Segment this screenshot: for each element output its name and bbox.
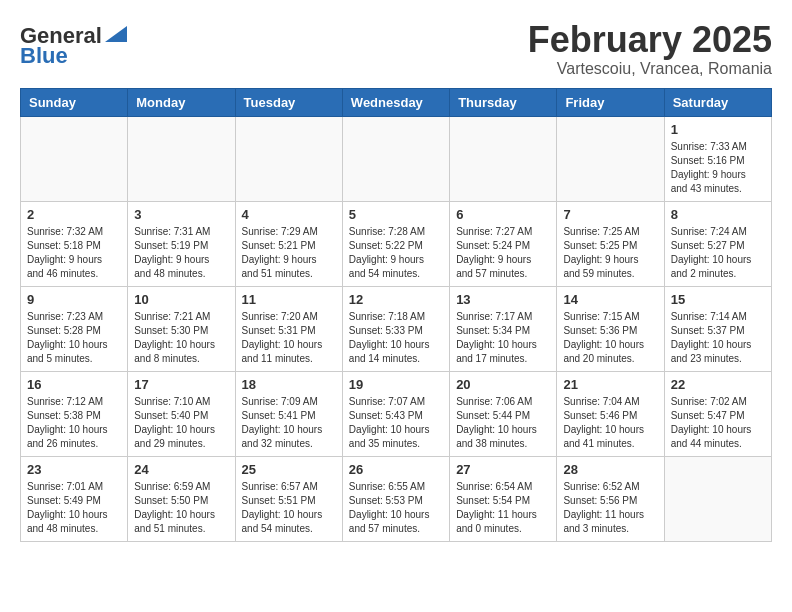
calendar-day: 26Sunrise: 6:55 AMSunset: 5:53 PMDayligh… [342, 456, 449, 541]
day-info: Sunrise: 7:12 AMSunset: 5:38 PMDaylight:… [27, 395, 121, 451]
calendar-day: 20Sunrise: 7:06 AMSunset: 5:44 PMDayligh… [450, 371, 557, 456]
day-info: Sunrise: 7:01 AMSunset: 5:49 PMDaylight:… [27, 480, 121, 536]
svg-marker-0 [105, 26, 127, 42]
day-number: 21 [563, 377, 657, 392]
calendar-day: 10Sunrise: 7:21 AMSunset: 5:30 PMDayligh… [128, 286, 235, 371]
calendar-day: 21Sunrise: 7:04 AMSunset: 5:46 PMDayligh… [557, 371, 664, 456]
logo-icon [105, 26, 127, 42]
day-number: 28 [563, 462, 657, 477]
day-number: 2 [27, 207, 121, 222]
day-info: Sunrise: 6:57 AMSunset: 5:51 PMDaylight:… [242, 480, 336, 536]
weekday-header-wednesday: Wednesday [342, 88, 449, 116]
calendar-day: 15Sunrise: 7:14 AMSunset: 5:37 PMDayligh… [664, 286, 771, 371]
day-number: 22 [671, 377, 765, 392]
calendar-day: 5Sunrise: 7:28 AMSunset: 5:22 PMDaylight… [342, 201, 449, 286]
day-info: Sunrise: 7:25 AMSunset: 5:25 PMDaylight:… [563, 225, 657, 281]
calendar-day: 19Sunrise: 7:07 AMSunset: 5:43 PMDayligh… [342, 371, 449, 456]
calendar-day [557, 116, 664, 201]
weekday-header-tuesday: Tuesday [235, 88, 342, 116]
day-info: Sunrise: 7:27 AMSunset: 5:24 PMDaylight:… [456, 225, 550, 281]
day-number: 26 [349, 462, 443, 477]
day-number: 27 [456, 462, 550, 477]
day-number: 12 [349, 292, 443, 307]
day-number: 1 [671, 122, 765, 137]
calendar-week-2: 2Sunrise: 7:32 AMSunset: 5:18 PMDaylight… [21, 201, 772, 286]
calendar-week-1: 1Sunrise: 7:33 AMSunset: 5:16 PMDaylight… [21, 116, 772, 201]
day-info: Sunrise: 7:32 AMSunset: 5:18 PMDaylight:… [27, 225, 121, 281]
calendar-day: 16Sunrise: 7:12 AMSunset: 5:38 PMDayligh… [21, 371, 128, 456]
weekday-header-sunday: Sunday [21, 88, 128, 116]
day-info: Sunrise: 7:31 AMSunset: 5:19 PMDaylight:… [134, 225, 228, 281]
day-info: Sunrise: 7:17 AMSunset: 5:34 PMDaylight:… [456, 310, 550, 366]
calendar: SundayMondayTuesdayWednesdayThursdayFrid… [20, 88, 772, 542]
day-number: 25 [242, 462, 336, 477]
calendar-day: 12Sunrise: 7:18 AMSunset: 5:33 PMDayligh… [342, 286, 449, 371]
day-number: 16 [27, 377, 121, 392]
day-info: Sunrise: 7:06 AMSunset: 5:44 PMDaylight:… [456, 395, 550, 451]
day-info: Sunrise: 7:29 AMSunset: 5:21 PMDaylight:… [242, 225, 336, 281]
day-info: Sunrise: 7:14 AMSunset: 5:37 PMDaylight:… [671, 310, 765, 366]
day-info: Sunrise: 6:55 AMSunset: 5:53 PMDaylight:… [349, 480, 443, 536]
calendar-day: 17Sunrise: 7:10 AMSunset: 5:40 PMDayligh… [128, 371, 235, 456]
day-number: 17 [134, 377, 228, 392]
calendar-day [235, 116, 342, 201]
calendar-day: 11Sunrise: 7:20 AMSunset: 5:31 PMDayligh… [235, 286, 342, 371]
calendar-day: 13Sunrise: 7:17 AMSunset: 5:34 PMDayligh… [450, 286, 557, 371]
header: General Blue February 2025 Vartescoiu, V… [20, 20, 772, 78]
calendar-week-3: 9Sunrise: 7:23 AMSunset: 5:28 PMDaylight… [21, 286, 772, 371]
calendar-week-4: 16Sunrise: 7:12 AMSunset: 5:38 PMDayligh… [21, 371, 772, 456]
calendar-day: 6Sunrise: 7:27 AMSunset: 5:24 PMDaylight… [450, 201, 557, 286]
day-number: 20 [456, 377, 550, 392]
location: Vartescoiu, Vrancea, Romania [528, 60, 772, 78]
calendar-day: 27Sunrise: 6:54 AMSunset: 5:54 PMDayligh… [450, 456, 557, 541]
day-info: Sunrise: 6:59 AMSunset: 5:50 PMDaylight:… [134, 480, 228, 536]
day-number: 3 [134, 207, 228, 222]
logo-blue: Blue [20, 45, 68, 67]
day-number: 4 [242, 207, 336, 222]
calendar-day [128, 116, 235, 201]
day-info: Sunrise: 7:15 AMSunset: 5:36 PMDaylight:… [563, 310, 657, 366]
day-number: 18 [242, 377, 336, 392]
calendar-day [664, 456, 771, 541]
calendar-day: 28Sunrise: 6:52 AMSunset: 5:56 PMDayligh… [557, 456, 664, 541]
calendar-day [342, 116, 449, 201]
day-info: Sunrise: 7:20 AMSunset: 5:31 PMDaylight:… [242, 310, 336, 366]
day-info: Sunrise: 7:04 AMSunset: 5:46 PMDaylight:… [563, 395, 657, 451]
day-info: Sunrise: 7:07 AMSunset: 5:43 PMDaylight:… [349, 395, 443, 451]
day-number: 15 [671, 292, 765, 307]
weekday-header-monday: Monday [128, 88, 235, 116]
day-number: 23 [27, 462, 121, 477]
day-info: Sunrise: 7:18 AMSunset: 5:33 PMDaylight:… [349, 310, 443, 366]
calendar-day: 22Sunrise: 7:02 AMSunset: 5:47 PMDayligh… [664, 371, 771, 456]
day-number: 5 [349, 207, 443, 222]
calendar-header-row: SundayMondayTuesdayWednesdayThursdayFrid… [21, 88, 772, 116]
day-info: Sunrise: 7:10 AMSunset: 5:40 PMDaylight:… [134, 395, 228, 451]
day-number: 8 [671, 207, 765, 222]
day-number: 10 [134, 292, 228, 307]
calendar-day: 8Sunrise: 7:24 AMSunset: 5:27 PMDaylight… [664, 201, 771, 286]
day-number: 14 [563, 292, 657, 307]
day-number: 19 [349, 377, 443, 392]
calendar-week-5: 23Sunrise: 7:01 AMSunset: 5:49 PMDayligh… [21, 456, 772, 541]
day-number: 24 [134, 462, 228, 477]
day-number: 13 [456, 292, 550, 307]
calendar-day: 3Sunrise: 7:31 AMSunset: 5:19 PMDaylight… [128, 201, 235, 286]
day-info: Sunrise: 7:23 AMSunset: 5:28 PMDaylight:… [27, 310, 121, 366]
calendar-day: 7Sunrise: 7:25 AMSunset: 5:25 PMDaylight… [557, 201, 664, 286]
calendar-day: 25Sunrise: 6:57 AMSunset: 5:51 PMDayligh… [235, 456, 342, 541]
calendar-day: 24Sunrise: 6:59 AMSunset: 5:50 PMDayligh… [128, 456, 235, 541]
weekday-header-thursday: Thursday [450, 88, 557, 116]
calendar-day [450, 116, 557, 201]
day-number: 6 [456, 207, 550, 222]
month-title: February 2025 [528, 20, 772, 60]
calendar-day: 9Sunrise: 7:23 AMSunset: 5:28 PMDaylight… [21, 286, 128, 371]
calendar-day: 23Sunrise: 7:01 AMSunset: 5:49 PMDayligh… [21, 456, 128, 541]
calendar-day: 2Sunrise: 7:32 AMSunset: 5:18 PMDaylight… [21, 201, 128, 286]
day-number: 11 [242, 292, 336, 307]
weekday-header-friday: Friday [557, 88, 664, 116]
day-info: Sunrise: 7:02 AMSunset: 5:47 PMDaylight:… [671, 395, 765, 451]
day-info: Sunrise: 7:09 AMSunset: 5:41 PMDaylight:… [242, 395, 336, 451]
weekday-header-saturday: Saturday [664, 88, 771, 116]
calendar-day: 1Sunrise: 7:33 AMSunset: 5:16 PMDaylight… [664, 116, 771, 201]
day-info: Sunrise: 7:33 AMSunset: 5:16 PMDaylight:… [671, 140, 765, 196]
